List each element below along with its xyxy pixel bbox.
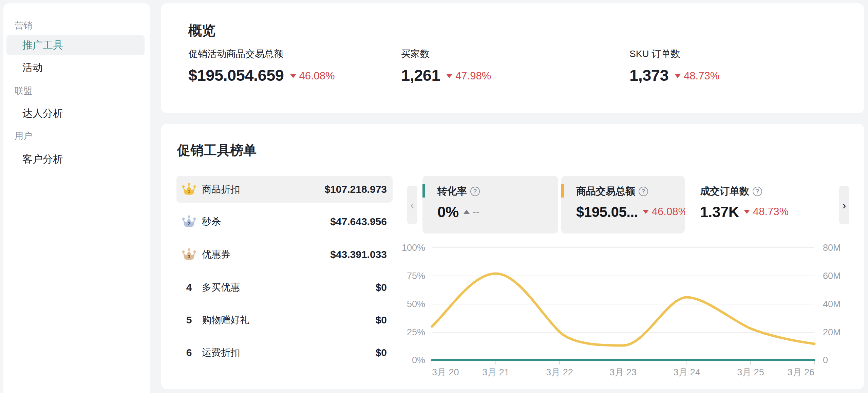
series-gmv-line <box>432 274 814 345</box>
sidebar-item-label: 活动 <box>22 61 43 75</box>
rank-label: 优惠券 <box>202 248 230 261</box>
svg-text:3月 21: 3月 21 <box>482 367 509 377</box>
overview-card: 概览 促销活动商品交易总额 $195.054.659 46.08% 买家数 1,… <box>161 3 864 113</box>
svg-text:75%: 75% <box>407 271 425 281</box>
rank-label: 多买优惠 <box>202 281 240 294</box>
metric-change: 46.08% <box>299 70 335 82</box>
sidebar-item-promo-tools[interactable]: 推广工具 <box>6 35 145 55</box>
metric-value: 1,261 <box>401 67 440 84</box>
accent-bar <box>422 184 425 198</box>
sidebar-group-users: 用户 <box>15 131 32 141</box>
chart-left-axis: 100% 75% 50% 25% 0% <box>402 243 425 365</box>
chevron-right-icon: › <box>842 199 846 212</box>
rank-value: $107.218.973 <box>324 184 387 195</box>
svg-text:3月 22: 3月 22 <box>546 367 573 377</box>
metric-value: 1,373 <box>629 67 668 84</box>
rank-label: 秒杀 <box>202 215 221 228</box>
metric-change: 48.73% <box>684 70 719 82</box>
metric-card-title: 成交订单数 <box>700 185 749 198</box>
metric-card-title: 转化率 <box>437 185 467 198</box>
svg-text:3月 23: 3月 23 <box>609 367 637 377</box>
chart-x-ticks <box>432 361 814 364</box>
rank-row-product-discount[interactable]: 1 商品折扣 $107.218.973 <box>176 176 393 203</box>
metric-change: 47.98% <box>455 70 491 82</box>
svg-text:100%: 100% <box>402 243 425 253</box>
chevron-left-icon: ‹ <box>410 198 414 211</box>
promo-tools-title: 促销工具榜单 <box>177 141 257 160</box>
carousel-prev-button[interactable]: ‹ <box>407 186 417 224</box>
carousel-next-button[interactable]: › <box>839 186 849 224</box>
svg-text:0%: 0% <box>412 355 425 365</box>
svg-text:3月 20: 3月 20 <box>432 367 459 377</box>
metric-card-change: 46.08% <box>652 206 685 218</box>
sidebar-item-campaigns[interactable]: 活动 <box>6 57 145 78</box>
rank-row-bundle-deal[interactable]: 4 多买优惠 $0 <box>176 274 393 301</box>
metric-card-orders[interactable]: 成交订单数 ? 1.37K 48.73% <box>687 176 816 233</box>
metric-value: $195.054.659 <box>188 67 284 84</box>
trend-down-icon <box>744 210 750 214</box>
trend-down-icon <box>290 74 296 78</box>
svg-text:60M: 60M <box>823 271 841 281</box>
rank-value: $0 <box>376 314 387 326</box>
rank-value: $43.391.033 <box>330 249 387 260</box>
metric-card-conversion-rate[interactable]: 转化率 ? 0% -- <box>422 176 558 233</box>
rank-number: 5 <box>186 314 192 326</box>
sidebar-item-label: 推广工具 <box>22 38 63 52</box>
rank-row-gift-with-purchase[interactable]: 5 购物赠好礼 $0 <box>176 306 393 333</box>
crown-gold-icon: 1 <box>182 182 196 197</box>
svg-text:1: 1 <box>188 189 190 194</box>
crown-bronze-icon: 3 <box>182 247 196 262</box>
metric-card-change: 48.73% <box>753 206 789 218</box>
sidebar-item-customer-analysis[interactable]: 客户分析 <box>6 149 145 169</box>
rank-value: $0 <box>376 347 387 358</box>
svg-text:3月 26: 3月 26 <box>787 367 814 377</box>
metric-label: 促销活动商品交易总额 <box>188 48 283 60</box>
trend-down-icon <box>675 74 681 78</box>
trend-down-icon <box>446 74 452 78</box>
rank-value: $0 <box>376 282 387 293</box>
metric-card-value: $195.05... <box>576 204 638 221</box>
svg-text:25%: 25% <box>407 327 425 337</box>
sidebar-item-label: 客户分析 <box>22 152 63 166</box>
help-icon[interactable]: ? <box>639 187 648 196</box>
chart-right-axis: 80M 60M 40M 20M 0 <box>823 243 841 365</box>
sidebar-group-affiliate: 联盟 <box>15 86 32 96</box>
rank-value: $47.643.956 <box>330 216 387 227</box>
rank-label: 购物赠好礼 <box>202 314 249 326</box>
help-icon[interactable]: ? <box>753 187 762 196</box>
svg-text:2: 2 <box>188 221 190 226</box>
overview-title: 概览 <box>188 21 215 40</box>
metric-card-value: 1.37K <box>700 204 739 221</box>
sidebar: 营销 推广工具 活动 联盟 达人分析 用户 客户分析 <box>3 3 150 393</box>
rank-row-shipping-discount[interactable]: 6 运费折扣 $0 <box>176 339 393 366</box>
svg-text:50%: 50% <box>407 299 425 309</box>
svg-text:3月 25: 3月 25 <box>737 367 764 377</box>
rank-row-coupon[interactable]: 3 优惠券 $43.391.033 <box>176 241 393 268</box>
svg-text:20M: 20M <box>823 327 841 337</box>
metric-card-title: 商品交易总额 <box>576 185 635 198</box>
help-icon[interactable]: ? <box>470 187 480 196</box>
chart-gridlines <box>432 248 814 332</box>
sidebar-item-label: 达人分析 <box>22 107 63 120</box>
svg-text:40M: 40M <box>823 299 841 309</box>
metric-label: SKU 订单数 <box>629 48 680 60</box>
rank-row-flash-sale[interactable]: 2 秒杀 $47.643.956 <box>176 208 393 235</box>
svg-text:3: 3 <box>188 254 190 259</box>
rank-label: 运费折扣 <box>202 346 240 359</box>
trend-chart[interactable]: 100% 75% 50% 25% 0% 80M 60M 40M 20M 0 <box>399 236 857 387</box>
metric-card-value: 0% <box>437 204 459 221</box>
svg-text:3月 24: 3月 24 <box>673 367 700 377</box>
svg-text:0: 0 <box>823 355 828 365</box>
svg-text:80M: 80M <box>823 243 841 253</box>
metric-card-change: -- <box>473 206 480 218</box>
rank-number: 4 <box>186 282 192 293</box>
rank-number: 6 <box>186 347 192 358</box>
chart-x-axis: 3月 20 3月 21 3月 22 3月 23 3月 24 3月 25 3月 2… <box>432 367 814 377</box>
sidebar-group-marketing: 营销 <box>15 20 32 31</box>
metric-label: 买家数 <box>401 48 430 60</box>
accent-bar <box>561 184 564 198</box>
metric-card-gmv[interactable]: 商品交易总额 ? $195.05... 46.08% <box>561 176 685 233</box>
sidebar-item-creator-analysis[interactable]: 达人分析 <box>6 103 145 124</box>
crown-silver-icon: 2 <box>182 214 196 229</box>
trend-up-icon <box>464 210 470 214</box>
